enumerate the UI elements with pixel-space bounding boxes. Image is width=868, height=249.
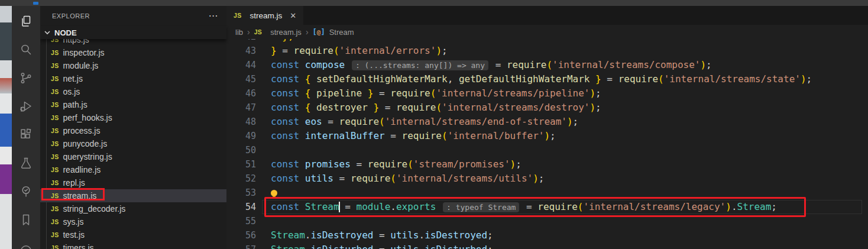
file-name: repl.js <box>63 178 85 187</box>
file-item-perf_hooks.js[interactable]: JSperf_hooks.js <box>40 111 226 124</box>
file-item-inspector.js[interactable]: JSinspector.js <box>40 46 226 59</box>
line-number[interactable]: 45 <box>226 72 256 86</box>
file-name: string_decoder.js <box>63 204 125 214</box>
breadcrumb-item-lib[interactable]: lib <box>235 28 243 37</box>
code-line-54[interactable]: 54const Stream = module.exports : typeof… <box>226 200 868 214</box>
breadcrumb-item-file[interactable]: stream.js <box>270 28 302 37</box>
code-line-50[interactable]: 50 <box>226 143 868 157</box>
line-text: const { setDefaultHighWaterMark, getDefa… <box>256 72 812 86</box>
file-name: path.js <box>63 100 87 109</box>
file-item-net.js[interactable]: JSnet.js <box>40 72 226 85</box>
lightbulb-icon[interactable] <box>271 190 277 196</box>
partial-circle-icon[interactable] <box>19 241 33 249</box>
chevron-right-icon: › <box>247 27 250 37</box>
line-number[interactable]: 47 <box>226 101 256 115</box>
code-line-52[interactable]: 52const utils = require('internal/stream… <box>226 172 868 186</box>
explorer-icon[interactable] <box>19 14 33 28</box>
code-line-51[interactable]: 51const promises = require('stream/promi… <box>226 157 868 172</box>
line-number[interactable]: 43 <box>226 44 256 58</box>
code-line-53[interactable]: 53 <box>226 186 868 200</box>
js-file-icon: JS <box>51 231 59 238</box>
run-debug-icon[interactable] <box>19 99 33 114</box>
file-item-string_decoder.js[interactable]: JSstring_decoder.js <box>40 202 226 215</box>
chevron-right-icon: › <box>306 27 309 37</box>
code-line-46[interactable]: 46const { pipeline } = require('internal… <box>226 86 868 101</box>
explorer-sidebar: EXPLORER ⋯ NODE JShttps.jsJSinspector.js… <box>40 6 226 249</box>
line-text: Stream.isDestroyed = utils.isDestroyed; <box>256 228 493 242</box>
js-file-icon: JS <box>254 28 262 35</box>
line-number[interactable]: 51 <box>226 157 256 172</box>
code-line-57[interactable]: 57Stream.isDisturbed = utils.isDisturbed… <box>226 242 868 249</box>
file-name: stream.js <box>63 191 96 201</box>
js-file-icon: JS <box>51 179 59 186</box>
tab-stream-js[interactable]: JS stream.js ✕ <box>226 6 303 25</box>
line-text: const { pipeline } = require('internal/s… <box>256 86 601 101</box>
source-control-icon[interactable] <box>19 71 33 85</box>
line-text: const compose : (...streams: any[]) => a… <box>256 58 712 72</box>
file-item-sys.js[interactable]: JSsys.js <box>40 215 226 228</box>
bookmarks-icon[interactable] <box>19 213 33 227</box>
js-file-icon: JS <box>51 88 59 95</box>
js-file-icon: JS <box>51 244 59 249</box>
js-file-icon: JS <box>51 140 59 147</box>
file-item-querystring.js[interactable]: JSquerystring.js <box>40 150 226 163</box>
code-line-42[interactable]: 42 }, <box>226 39 868 44</box>
close-icon[interactable]: ✕ <box>290 11 296 20</box>
file-item-path.js[interactable]: JSpath.js <box>40 98 226 111</box>
breadcrumb-item-symbol[interactable]: Stream <box>329 28 354 37</box>
js-file-icon: JS <box>51 205 59 212</box>
code-line-55[interactable]: 55 <box>226 214 868 228</box>
code-line-47[interactable]: 47const { destroyer } = require('interna… <box>226 101 868 115</box>
file-item-stream.js[interactable]: JSstream.js <box>40 189 226 202</box>
file-item-test.js[interactable]: JStest.js <box>40 228 226 241</box>
testing-icon[interactable] <box>19 156 33 170</box>
js-file-icon: JS <box>51 49 59 56</box>
line-number[interactable]: 56 <box>226 228 256 242</box>
todo-tree-icon[interactable] <box>19 185 33 199</box>
tab-label: stream.js <box>250 11 282 20</box>
titlebar-icon-fragment <box>33 2 38 5</box>
line-number[interactable]: 55 <box>226 214 256 228</box>
code-line-48[interactable]: 48const eos = require('internal/streams/… <box>226 115 868 129</box>
more-actions-icon[interactable]: ⋯ <box>209 13 219 19</box>
line-number[interactable]: 54 <box>226 200 256 214</box>
file-item-module.js[interactable]: JSmodule.js <box>40 59 226 72</box>
file-name: querystring.js <box>63 152 112 161</box>
file-item-punycode.js[interactable]: JSpunycode.js <box>40 137 226 150</box>
search-icon[interactable] <box>19 43 33 57</box>
code-line-56[interactable]: 56Stream.isDestroyed = utils.isDestroyed… <box>226 228 868 242</box>
editor-group: JS stream.js ✕ lib › JS stream.js › [@] … <box>226 6 868 249</box>
line-number[interactable]: 50 <box>226 143 256 157</box>
sidebar-header: EXPLORER ⋯ <box>40 9 226 22</box>
line-number[interactable]: 52 <box>226 172 256 186</box>
js-file-icon: JS <box>51 218 59 225</box>
line-number[interactable]: 57 <box>226 242 256 249</box>
line-number[interactable]: 49 <box>226 129 256 143</box>
code-line-49[interactable]: 49const internalBuffer = require('intern… <box>226 129 868 143</box>
breadcrumb: lib › JS stream.js › [@] Stream <box>226 25 868 39</box>
file-item-readline.js[interactable]: JSreadline.js <box>40 163 226 176</box>
file-name: test.js <box>63 230 85 240</box>
desktop-background-sliver <box>0 6 12 249</box>
file-item-repl.js[interactable]: JSrepl.js <box>40 176 226 189</box>
line-number[interactable]: 42 <box>226 39 256 44</box>
code-line-45[interactable]: 45const { setDefaultHighWaterMark, getDe… <box>226 72 868 86</box>
folder-section-node[interactable]: NODE <box>40 26 226 39</box>
code-line-44[interactable]: 44const compose : (...streams: any[]) =>… <box>226 58 868 72</box>
code-area[interactable]: 42 },43} = require('internal/errors');44… <box>226 39 868 249</box>
file-item-process.js[interactable]: JSprocess.js <box>40 124 226 137</box>
js-file-icon: JS <box>51 62 59 69</box>
file-item-os.js[interactable]: JSos.js <box>40 85 226 98</box>
js-file-icon: JS <box>51 153 59 160</box>
title-bar <box>0 0 868 6</box>
chevron-down-icon <box>43 28 52 37</box>
line-text: const internalBuffer = require('internal… <box>256 129 556 143</box>
line-number[interactable]: 44 <box>226 58 256 72</box>
line-number[interactable]: 53 <box>226 186 256 200</box>
file-item-timers.js[interactable]: JStimers.js <box>40 241 226 249</box>
line-number[interactable]: 46 <box>226 86 256 101</box>
extensions-icon[interactable] <box>19 128 33 142</box>
inlay-hint: : (...streams: any[]) => any <box>352 60 488 70</box>
code-line-43[interactable]: 43} = require('internal/errors'); <box>226 44 868 58</box>
line-number[interactable]: 48 <box>226 115 256 129</box>
